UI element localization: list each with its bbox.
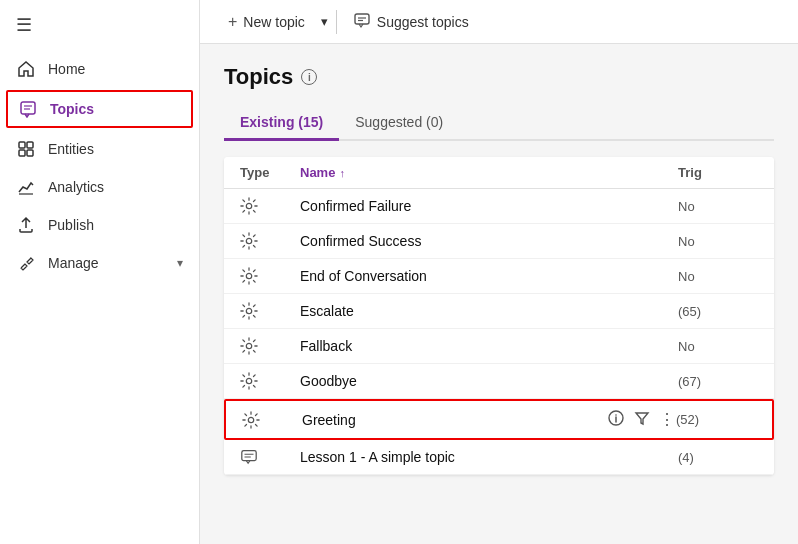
home-icon	[16, 60, 36, 78]
row-name: Confirmed Success	[300, 233, 678, 249]
row-trig: No	[678, 234, 758, 249]
sidebar-item-home[interactable]: Home	[0, 50, 199, 88]
table-row[interactable]: End of Conversation No	[224, 259, 774, 294]
row-name: Fallback	[300, 338, 678, 354]
row-type-icon	[240, 232, 300, 250]
row-trig: No	[678, 339, 758, 354]
row-type-icon	[240, 337, 300, 355]
manage-chevron-icon: ▾	[177, 256, 183, 270]
new-topic-dropdown[interactable]: ▾	[317, 6, 332, 37]
main-content: + New topic ▾ Suggest topics Topics i	[200, 0, 798, 544]
svg-rect-0	[21, 102, 35, 114]
filter-action-icon[interactable]	[633, 409, 651, 430]
svg-point-15	[246, 343, 251, 348]
hamburger-button[interactable]: ☰	[0, 0, 199, 50]
menu-icon: ☰	[16, 15, 32, 35]
sidebar-item-publish-label: Publish	[48, 217, 183, 233]
svg-point-11	[246, 203, 251, 208]
sidebar-item-entities-label: Entities	[48, 141, 183, 157]
row-trig: (52)	[676, 412, 756, 427]
sidebar-item-analytics-label: Analytics	[48, 179, 183, 195]
table-row[interactable]: Lesson 1 - A simple topic (4)	[224, 440, 774, 475]
row-trig: (67)	[678, 374, 758, 389]
manage-icon	[16, 254, 36, 272]
row-type-icon	[240, 197, 300, 215]
sidebar-item-home-label: Home	[48, 61, 183, 77]
new-topic-label: New topic	[243, 14, 304, 30]
tab-suggested[interactable]: Suggested (0)	[339, 106, 459, 141]
dropdown-chevron-icon: ▾	[321, 14, 328, 29]
topics-table: Type Name ↑ Trig Confirmed Failure No	[224, 157, 774, 475]
col-type-header: Type	[240, 165, 300, 180]
row-trig: (4)	[678, 450, 758, 465]
row-trig: No	[678, 199, 758, 214]
svg-point-17	[248, 417, 253, 422]
row-name: Confirmed Failure	[300, 198, 678, 214]
plus-icon: +	[228, 13, 237, 31]
row-name: Lesson 1 - A simple topic	[300, 449, 678, 465]
table-row[interactable]: Goodbye (67)	[224, 364, 774, 399]
table-row[interactable]: Confirmed Success No	[224, 224, 774, 259]
svg-rect-21	[242, 451, 256, 461]
table-row[interactable]: Escalate (65)	[224, 294, 774, 329]
row-name: Goodbye	[300, 373, 678, 389]
row-trig: (65)	[678, 304, 758, 319]
suggest-icon	[353, 11, 371, 32]
sidebar-item-manage-label: Manage	[48, 255, 165, 271]
suggest-topics-button[interactable]: Suggest topics	[341, 3, 481, 40]
table-header: Type Name ↑ Trig	[224, 157, 774, 189]
sort-asc-icon: ↑	[339, 167, 345, 179]
svg-point-13	[246, 273, 251, 278]
table-row-greeting[interactable]: Greeting ⋮	[224, 399, 774, 440]
more-action-icon[interactable]: ⋮	[659, 410, 676, 429]
toolbar-divider	[336, 10, 337, 34]
publish-icon	[16, 216, 36, 234]
sidebar-item-manage[interactable]: Manage ▾	[0, 244, 199, 282]
row-type-icon	[240, 267, 300, 285]
svg-point-20	[615, 414, 617, 416]
row-name: Greeting	[302, 412, 607, 428]
row-type-icon	[240, 302, 300, 320]
analytics-icon	[16, 178, 36, 196]
col-trig-header: Trig	[678, 165, 758, 180]
tabs: Existing (15) Suggested (0)	[224, 106, 774, 141]
toolbar: + New topic ▾ Suggest topics	[200, 0, 798, 44]
sidebar-item-analytics[interactable]: Analytics	[0, 168, 199, 206]
content-area: Topics i Existing (15) Suggested (0) Typ…	[200, 44, 798, 544]
new-topic-button[interactable]: + New topic	[216, 5, 317, 39]
svg-rect-6	[27, 150, 33, 156]
row-trig: No	[678, 269, 758, 284]
svg-rect-5	[19, 150, 25, 156]
svg-rect-3	[19, 142, 25, 148]
sidebar-item-topics-label: Topics	[50, 101, 181, 117]
svg-rect-4	[27, 142, 33, 148]
svg-point-12	[246, 238, 251, 243]
tab-existing[interactable]: Existing (15)	[224, 106, 339, 141]
sidebar: ☰ Home Topics	[0, 0, 200, 544]
sidebar-item-entities[interactable]: Entities	[0, 130, 199, 168]
row-name: End of Conversation	[300, 268, 678, 284]
page-title: Topics i	[224, 64, 774, 90]
sidebar-item-topics[interactable]: Topics	[6, 90, 193, 128]
svg-point-16	[246, 378, 251, 383]
row-action-buttons: ⋮	[607, 409, 676, 430]
row-name: Escalate	[300, 303, 678, 319]
svg-rect-8	[355, 14, 369, 24]
page-title-info-icon[interactable]: i	[301, 69, 317, 85]
table-row[interactable]: Confirmed Failure No	[224, 189, 774, 224]
sidebar-item-publish[interactable]: Publish	[0, 206, 199, 244]
row-type-icon	[242, 411, 302, 429]
row-type-icon	[240, 372, 300, 390]
svg-point-14	[246, 308, 251, 313]
table-row[interactable]: Fallback No	[224, 329, 774, 364]
col-name-header: Name ↑	[300, 165, 678, 180]
entities-icon	[16, 140, 36, 158]
topics-icon	[18, 100, 38, 118]
row-type-icon	[240, 448, 300, 466]
suggest-topics-label: Suggest topics	[377, 14, 469, 30]
info-action-icon[interactable]	[607, 409, 625, 430]
